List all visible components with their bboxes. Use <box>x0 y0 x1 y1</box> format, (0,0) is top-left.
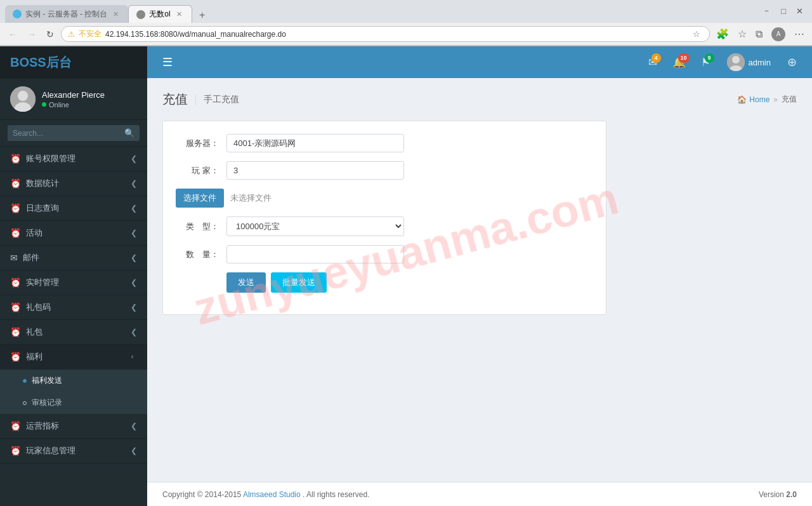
envelope-badge: 4 <box>652 53 661 63</box>
app-layout: BOSS后台 Alexander Pierce Online <box>0 46 812 506</box>
sidebar-item-activity[interactable]: ⏰ 活动 ❮ <box>0 221 147 246</box>
player-label: 玩家信息管理 <box>26 445 75 456</box>
address-bar[interactable]: ⚠ 不安全 42.194.135.168:8080/wd/manual_manu… <box>61 26 710 42</box>
breadcrumb: 🏠 Home » 充值 <box>737 94 797 105</box>
status-dot <box>42 102 46 107</box>
operations-icon: ⏰ <box>10 421 21 431</box>
sidebar-logo-area[interactable]: BOSS后台 <box>0 46 147 79</box>
bookmark-icon[interactable]: ☆ <box>690 29 703 39</box>
copy-icon[interactable]: ⧉ <box>753 28 765 41</box>
realtime-label: 实时管理 <box>26 277 59 288</box>
giftcode-label: 礼包码 <box>26 302 51 313</box>
operations-chevron: ❮ <box>131 422 137 430</box>
operations-label: 运营指标 <box>26 420 59 432</box>
footer-version-num: 2.0 <box>786 490 797 499</box>
svg-point-4 <box>732 56 740 63</box>
type-row: 类 型： 100000元宝 50000元宝 10000元宝 1000元宝 <box>176 216 593 236</box>
sidebar-item-data[interactable]: ⏰ 数据统计 ❮ <box>0 171 147 196</box>
sidebar-item-realtime[interactable]: ⏰ 实时管理 ❮ <box>0 270 147 295</box>
address-actions: ☆ <box>690 29 703 39</box>
menu-icon[interactable]: ⋯ <box>792 27 807 41</box>
navbar-left: ☰ <box>157 53 178 72</box>
browser-user-button[interactable]: A <box>769 26 788 43</box>
search-icon: 🔍 <box>124 128 134 138</box>
player-input[interactable] <box>226 161 404 180</box>
welfare-audit-label: 审核记录 <box>32 397 62 408</box>
type-select[interactable]: 100000元宝 50000元宝 10000元宝 1000元宝 <box>226 216 404 236</box>
breadcrumb-current: 充值 <box>782 94 797 105</box>
sidebar-item-welfare-audit[interactable]: 审核记录 <box>0 392 147 414</box>
recharge-form: 服务器： 玩 家： 选择文件 未选择文件 类 型： 1000 <box>162 121 606 315</box>
account-icon: ⏰ <box>10 154 21 164</box>
sidebar: BOSS后台 Alexander Pierce Online <box>0 46 147 506</box>
sidebar-avatar <box>10 86 36 112</box>
status-text: Online <box>49 101 69 109</box>
send-button[interactable]: 发送 <box>226 272 266 293</box>
back-button[interactable]: ← <box>5 28 20 41</box>
navbar-user-menu[interactable]: admin <box>721 50 777 75</box>
navbar-flag-button[interactable]: ⚑ 9 <box>696 52 716 73</box>
breadcrumb-home: 🏠 Home <box>737 95 769 104</box>
realtime-icon: ⏰ <box>10 277 21 288</box>
quantity-label: 数 量： <box>176 249 226 260</box>
bell-badge: 10 <box>678 53 690 63</box>
footer-version-label: Version <box>759 490 784 499</box>
footer-studio-link[interactable]: Almsaeed Studio <box>243 490 301 499</box>
navbar-right: ✉ 4 🔔 10 ⚑ 9 admin ⊕ <box>643 50 802 75</box>
sidebar-search-box: 🔍 <box>0 120 147 147</box>
sidebar-status: Online <box>42 101 105 109</box>
tab-1[interactable]: 实例 - 云服务器 - 控制台 ✕ <box>5 5 128 23</box>
player-label: 玩 家： <box>176 165 226 176</box>
hamburger-button[interactable]: ☰ <box>157 53 178 72</box>
tab-close-1[interactable]: ✕ <box>111 10 121 19</box>
tab-label-1: 实例 - 云服务器 - 控制台 <box>25 9 107 20</box>
mail-chevron: ❮ <box>131 253 137 262</box>
batch-send-button[interactable]: 批量发送 <box>271 272 327 293</box>
home-icon: 🏠 <box>737 95 747 104</box>
sidebar-item-welfare-send[interactable]: 福利发送 <box>0 370 147 392</box>
forward-button[interactable]: → <box>24 28 39 41</box>
page-title: 充值 <box>162 91 188 108</box>
navbar-envelope-button[interactable]: ✉ 4 <box>643 52 662 73</box>
nav-section: ⏰ 账号权限管理 ❮ ⏰ 数据统计 ❮ ⏰ 日志查询 ❮ <box>0 147 147 463</box>
tab-close-2[interactable]: ✕ <box>174 10 184 19</box>
star-icon[interactable]: ☆ <box>735 27 749 41</box>
browser-extras: 🧩 ☆ ⧉ A ⋯ <box>714 26 807 43</box>
search-input[interactable] <box>13 129 121 138</box>
refresh-button[interactable]: ↻ <box>43 28 57 41</box>
app-logo: BOSS后台 <box>10 54 72 71</box>
mail-label: 邮件 <box>23 252 39 263</box>
sidebar-item-mail[interactable]: ✉ 邮件 ❮ <box>0 246 147 270</box>
type-label: 类 型： <box>176 221 226 232</box>
footer-rights: . All rights reserved. <box>303 490 369 499</box>
new-tab-button[interactable]: + <box>195 8 210 23</box>
quantity-row: 数 量： <box>176 245 593 263</box>
close-button[interactable]: ✕ <box>794 5 806 17</box>
maximize-button[interactable]: □ <box>778 5 789 17</box>
navbar-bell-button[interactable]: 🔔 10 <box>667 52 691 73</box>
welfare-icon: ⏰ <box>10 352 21 362</box>
security-warning-text: 不安全 <box>79 29 102 39</box>
sidebar-item-welfare[interactable]: ⏰ 福利 ⌄ <box>0 345 147 370</box>
sidebar-username: Alexander Pierce <box>42 90 105 100</box>
welfare-audit-dot <box>23 401 27 405</box>
sidebar-item-player[interactable]: ⏰ 玩家信息管理 ❮ <box>0 439 147 463</box>
server-input[interactable] <box>226 134 404 152</box>
tab-2[interactable]: 无数ol ✕ <box>128 5 192 23</box>
share-button[interactable]: ⊕ <box>782 51 802 73</box>
giftcode-chevron: ❮ <box>131 303 137 312</box>
welfare-send-label: 福利发送 <box>32 375 62 386</box>
breadcrumb-home-link[interactable]: Home <box>749 95 769 104</box>
sidebar-item-giftcode[interactable]: ⏰ 礼包码 ❮ <box>0 295 147 320</box>
minimize-button[interactable]: － <box>760 4 773 18</box>
sidebar-item-gift[interactable]: ⏰ 礼包 ❮ <box>0 320 147 345</box>
mail-icon: ✉ <box>10 253 18 263</box>
extensions-icon[interactable]: 🧩 <box>714 27 731 41</box>
sidebar-item-account[interactable]: ⏰ 账号权限管理 ❮ <box>0 147 147 171</box>
sidebar-item-log[interactable]: ⏰ 日志查询 ❮ <box>0 196 147 221</box>
sidebar-item-operations[interactable]: ⏰ 运营指标 ❮ <box>0 414 147 439</box>
quantity-input[interactable] <box>226 245 404 263</box>
choose-file-button[interactable]: 选择文件 <box>176 189 224 208</box>
security-warning-icon: ⚠ <box>68 30 75 39</box>
activity-label: 活动 <box>26 227 43 239</box>
